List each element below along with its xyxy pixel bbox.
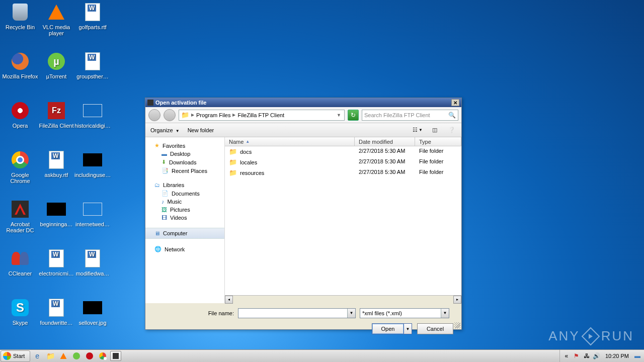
tray-desktop-icon[interactable]: ▬	[634, 352, 641, 359]
new-folder-button[interactable]: New folder	[188, 127, 214, 133]
scroll-right-button[interactable]: ▸	[453, 296, 461, 304]
desktop-icon[interactable]: askbuy.rtf	[38, 150, 74, 178]
start-button[interactable]: Start	[1, 350, 30, 362]
view-menu[interactable]: ☷ ▼	[413, 126, 422, 135]
file-row[interactable]: 📁docs 2/27/2018 5:30 AM File folder	[225, 146, 461, 157]
clock[interactable]: 10:20 PM	[603, 353, 631, 359]
scroll-track[interactable]	[233, 296, 453, 303]
chevron-right-icon: ▶	[231, 113, 236, 117]
documents-icon: 📄	[162, 190, 169, 197]
filetype-select[interactable]: *xml files (*.xml) ▼	[360, 308, 449, 318]
sidebar: ★Favorites ▬Desktop ⬇Downloads 📑Recent P…	[145, 137, 225, 303]
desktop-icon[interactable]: Google Chrome	[2, 150, 38, 184]
horizontal-scrollbar[interactable]: ◂ ▸	[225, 295, 461, 303]
tray-flag-icon[interactable]: ⚑	[573, 352, 580, 359]
breadcrumb-part[interactable]: FileZilla FTP Client	[237, 112, 284, 118]
search-input[interactable]: Search FileZilla FTP Client 🔍	[362, 110, 458, 121]
network-icon: 🌐	[154, 246, 162, 252]
desktop-icon[interactable]: Opera	[2, 101, 38, 129]
videos-icon: 🎞	[162, 215, 167, 221]
titlebar[interactable]: Open activation file ✕	[145, 98, 461, 107]
help-button[interactable]: ❔	[447, 126, 456, 135]
sidebar-item-desktop[interactable]: ▬Desktop	[145, 150, 224, 158]
breadcrumb-part[interactable]: Program Files	[196, 112, 230, 118]
taskbar-utorrent[interactable]	[71, 351, 82, 361]
filetype-dropdown[interactable]: ▼	[441, 309, 449, 318]
sidebar-item-network[interactable]: 🌐Network	[145, 245, 224, 253]
desktop-icon[interactable]: includinguse…	[74, 150, 111, 178]
desktop-icon: ▬	[162, 151, 167, 157]
back-button[interactable]	[148, 109, 160, 121]
desktop-icon[interactable]: SSkype	[2, 298, 38, 326]
desktop-icon[interactable]: FzFileZilla Client	[38, 101, 74, 129]
resize-grip[interactable]	[454, 322, 460, 328]
preview-pane-button[interactable]: ◫	[430, 126, 439, 135]
sidebar-item-videos[interactable]: 🎞Videos	[145, 214, 224, 222]
taskbar-vlc[interactable]	[58, 351, 69, 361]
taskbar-active-app[interactable]	[110, 351, 121, 361]
organize-menu[interactable]: Organize ▼	[150, 127, 180, 133]
filename-dropdown[interactable]: ▼	[347, 309, 355, 318]
open-button-dropdown[interactable]: ▼	[404, 323, 412, 334]
filename-input[interactable]: ▼	[238, 308, 356, 318]
search-icon[interactable]: 🔍	[448, 112, 456, 119]
desktop-icon[interactable]: Acrobat Reader DC	[2, 199, 38, 233]
desktop-icon[interactable]: internetwed…	[74, 199, 111, 227]
desktop-icon[interactable]: golfparts.rtf	[74, 2, 111, 30]
close-button[interactable]: ✕	[451, 99, 459, 106]
sidebar-favorites[interactable]: ★Favorites	[145, 141, 224, 150]
desktop-icon[interactable]: groupsther…	[74, 51, 111, 79]
computer-icon: 🖥	[154, 230, 160, 236]
desktop-icon[interactable]: sellover.jpg	[74, 298, 111, 326]
folder-icon: 📁	[181, 111, 189, 119]
taskbar: Start e 📁 « ⚑ 🖧 🔊 10:20 PM ▬	[0, 349, 644, 362]
desktop-icon[interactable]: beginninga…	[38, 199, 74, 227]
column-type[interactable]: Type	[415, 137, 461, 146]
file-rows: 📁docs 2/27/2018 5:30 AM File folder 📁loc…	[225, 146, 461, 295]
dialog-footer: File name: ▼ *xml files (*.xml) ▼ Open ▼…	[145, 303, 461, 338]
taskbar-ie[interactable]: e	[32, 351, 43, 361]
column-date[interactable]: Date modified	[355, 137, 415, 146]
column-name[interactable]: Name ▲	[225, 137, 355, 146]
scroll-left-button[interactable]: ◂	[225, 296, 233, 304]
file-list-header: Name ▲ Date modified Type	[225, 137, 461, 146]
desktop-icon[interactable]: foundwritte…	[38, 298, 74, 326]
taskbar-chrome[interactable]	[97, 351, 108, 361]
sidebar-libraries[interactable]: 🗂Libraries	[145, 181, 224, 189]
taskbar-opera[interactable]	[84, 351, 95, 361]
play-icon	[581, 327, 600, 345]
open-button[interactable]: Open	[372, 323, 404, 334]
folder-icon: 📁	[229, 148, 237, 155]
desktop-icon[interactable]: historicaldigi…	[74, 101, 111, 129]
sidebar-item-pictures[interactable]: 🖼Pictures	[145, 206, 224, 214]
desktop-icon[interactable]: CCleaner	[2, 248, 38, 277]
desktop-icon[interactable]: µµTorrent	[38, 51, 74, 79]
pictures-icon: 🖼	[162, 207, 167, 213]
file-row[interactable]: 📁resources 2/27/2018 5:30 AM File folder	[225, 167, 461, 178]
sidebar-item-recent[interactable]: 📑Recent Places	[145, 166, 224, 175]
cancel-button[interactable]: Cancel	[417, 323, 453, 334]
breadcrumb[interactable]: 📁 ▶ Program Files ▶ FileZilla FTP Client…	[179, 110, 345, 121]
sidebar-item-downloads[interactable]: ⬇Downloads	[145, 158, 224, 166]
music-icon: ♪	[162, 199, 165, 205]
toolbar: Organize ▼ New folder ☷ ▼ ◫ ❔	[145, 123, 461, 137]
file-row[interactable]: 📁locales 2/27/2018 5:30 AM File folder	[225, 157, 461, 167]
sidebar-item-documents[interactable]: 📄Documents	[145, 189, 224, 198]
app-icon	[147, 100, 153, 106]
sidebar-item-music[interactable]: ♪Music	[145, 198, 224, 206]
desktop-icon[interactable]: Mozilla Firefox	[2, 51, 38, 79]
tray-expand-icon[interactable]: «	[563, 352, 570, 359]
chevron-down-icon[interactable]: ▼	[336, 113, 342, 118]
tray-volume-icon[interactable]: 🔊	[593, 352, 600, 359]
taskbar-explorer[interactable]: 📁	[45, 351, 56, 361]
refresh-button[interactable]: ↻	[348, 110, 359, 121]
desktop-icon[interactable]: VLC media player	[38, 2, 74, 36]
star-icon: ★	[154, 142, 159, 149]
folder-icon: 📁	[229, 169, 237, 176]
desktop-icon[interactable]: electronicmi…	[38, 248, 74, 277]
tray-network-icon[interactable]: 🖧	[583, 352, 590, 359]
desktop-icon[interactable]: Recycle Bin	[2, 2, 38, 30]
sidebar-item-computer[interactable]: 🖥Computer	[145, 228, 224, 239]
forward-button[interactable]	[164, 109, 176, 121]
desktop-icon[interactable]: modifiedwa…	[74, 248, 111, 277]
